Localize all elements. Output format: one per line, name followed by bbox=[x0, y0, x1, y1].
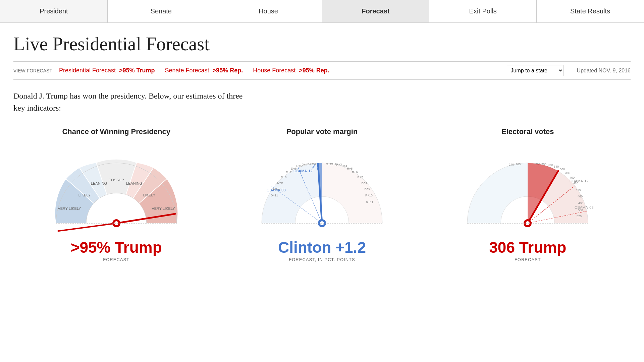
svg-text:520: 520 bbox=[577, 215, 582, 218]
senate-forecast-link[interactable]: Senate Forecast bbox=[165, 67, 209, 74]
svg-text:D+3: D+3 bbox=[308, 163, 313, 166]
tab-house[interactable]: House bbox=[215, 0, 322, 22]
gauge-popular-vote-value: Clinton +1.2 bbox=[278, 238, 366, 256]
svg-text:500: 500 bbox=[578, 208, 583, 212]
gauge-presidency-svg: VERY LIKELY LIKELY LEANING TOSSUP LEANIN… bbox=[36, 143, 197, 237]
gauge-electoral-value: 306 Trump bbox=[489, 238, 566, 256]
svg-text:480: 480 bbox=[578, 201, 583, 205]
senate-forecast-value: >95% Rep. bbox=[213, 67, 243, 74]
house-forecast-value: >95% Rep. bbox=[299, 67, 329, 74]
house-forecast-link[interactable]: House Forecast bbox=[253, 67, 296, 74]
svg-text:R+2: R+2 bbox=[331, 163, 337, 166]
gauge-presidency: Chance of Winning Presidency bbox=[19, 127, 214, 262]
svg-text:440: 440 bbox=[576, 188, 581, 191]
svg-text:380: 380 bbox=[565, 171, 570, 175]
svg-text:R+3: R+3 bbox=[336, 163, 342, 166]
svg-text:D+5: D+5 bbox=[297, 164, 302, 168]
gauge-electoral-sublabel: FORECAST bbox=[515, 257, 541, 262]
forecast-bar: VIEW FORECAST Presidential Forecast >95%… bbox=[13, 61, 631, 80]
gauge-presidency-value: >95% Trump bbox=[71, 238, 162, 256]
svg-text:LEANING: LEANING bbox=[126, 181, 142, 185]
tab-exit-polls[interactable]: Exit Polls bbox=[429, 0, 537, 22]
svg-text:R+8: R+8 bbox=[362, 181, 367, 184]
page-title: Live Presidential Forecast bbox=[13, 33, 631, 55]
svg-text:R+11: R+11 bbox=[366, 200, 373, 204]
updated-text: Updated NOV. 9, 2016 bbox=[577, 68, 631, 74]
gauge-popular-vote-title: Popular vote margin bbox=[286, 127, 358, 136]
svg-text:D+9: D+9 bbox=[277, 181, 283, 184]
presidential-forecast-value: >95% Trump bbox=[119, 67, 155, 74]
svg-text:LIKELY: LIKELY bbox=[78, 193, 91, 197]
svg-text:LIKELY: LIKELY bbox=[143, 193, 155, 197]
svg-text:D+10: D+10 bbox=[273, 187, 280, 190]
svg-text:D+4: D+4 bbox=[302, 163, 308, 166]
tab-senate[interactable]: Senate bbox=[108, 0, 215, 22]
gauge-presidency-title: Chance of Winning Presidency bbox=[62, 127, 170, 136]
svg-text:VERY LIKELY: VERY LIKELY bbox=[58, 206, 81, 210]
svg-text:400: 400 bbox=[570, 176, 575, 179]
gauge-electoral-svg: OBAMA '12 OBAMA '08 280 300 320 340 360 … bbox=[447, 143, 608, 237]
svg-text:D+8: D+8 bbox=[281, 176, 287, 179]
gauges-container: Chance of Winning Presidency bbox=[13, 127, 631, 262]
view-forecast-label: VIEW FORECAST bbox=[13, 68, 52, 73]
svg-text:R+10: R+10 bbox=[365, 194, 373, 197]
gauge-electoral: Electoral votes bbox=[430, 127, 625, 262]
svg-text:R+6: R+6 bbox=[352, 171, 358, 174]
svg-text:D+6: D+6 bbox=[291, 167, 297, 170]
svg-text:240: 240 bbox=[509, 163, 514, 166]
svg-text:OBAMA '08: OBAMA '08 bbox=[575, 205, 594, 209]
svg-text:OBAMA '12: OBAMA '12 bbox=[570, 179, 589, 183]
presidential-forecast-link[interactable]: Presidential Forecast bbox=[59, 67, 116, 74]
svg-text:R+9: R+9 bbox=[365, 187, 370, 190]
gauge-electoral-title: Electoral votes bbox=[501, 127, 554, 136]
gauge-popular-vote-svg: D+2 D+3 OBAMA '12 OBAMA '08 D+2 D+3 D+4 … bbox=[241, 143, 402, 237]
svg-text:D+7: D+7 bbox=[286, 171, 292, 174]
svg-text:TOSSUP: TOSSUP bbox=[109, 178, 124, 182]
gauge-popular-vote-sublabel: FORECAST, in pct. points bbox=[289, 257, 355, 262]
svg-text:R+5: R+5 bbox=[347, 167, 353, 170]
tab-state-results[interactable]: State Results bbox=[537, 0, 644, 22]
svg-text:320: 320 bbox=[548, 163, 553, 167]
svg-text:VERY LIKELY: VERY LIKELY bbox=[152, 206, 175, 210]
jump-to-state-select[interactable]: Jump to a state AlabamaAlaskaArizona Cal… bbox=[506, 65, 564, 76]
svg-text:420: 420 bbox=[573, 182, 578, 185]
svg-text:340: 340 bbox=[554, 165, 559, 168]
gauge-presidency-sublabel: FORECAST bbox=[103, 257, 129, 262]
svg-text:LEANING: LEANING bbox=[91, 181, 107, 185]
svg-text:D+11: D+11 bbox=[271, 194, 278, 197]
svg-text:360: 360 bbox=[560, 168, 565, 171]
tab-president[interactable]: President bbox=[0, 0, 108, 22]
nav-tabs: President Senate House Forecast Exit Pol… bbox=[0, 0, 644, 23]
svg-text:R+4: R+4 bbox=[342, 164, 347, 168]
svg-text:260: 260 bbox=[516, 163, 521, 166]
svg-text:460: 460 bbox=[578, 195, 583, 198]
main-content: Live Presidential Forecast VIEW FORECAST… bbox=[0, 23, 644, 272]
tab-forecast[interactable]: Forecast bbox=[322, 0, 429, 22]
page-description: Donald J. Trump has won the presidency. … bbox=[13, 90, 248, 114]
gauge-popular-vote: Popular vote margin D+2 D+3 bbox=[225, 127, 419, 262]
svg-text:R+7: R+7 bbox=[358, 176, 363, 179]
